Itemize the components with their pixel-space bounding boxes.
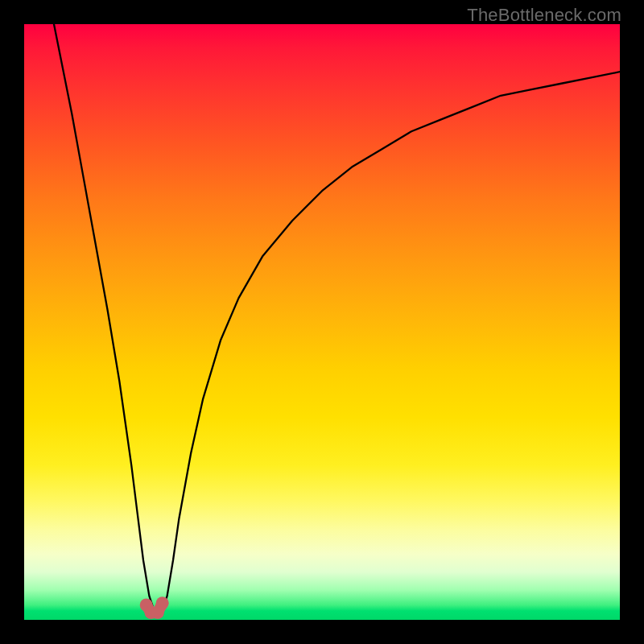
plot-area — [24, 24, 620, 620]
heat-gradient-background — [24, 24, 620, 620]
chart-frame: TheBottleneck.com — [0, 0, 644, 644]
watermark-text: TheBottleneck.com — [467, 5, 621, 26]
